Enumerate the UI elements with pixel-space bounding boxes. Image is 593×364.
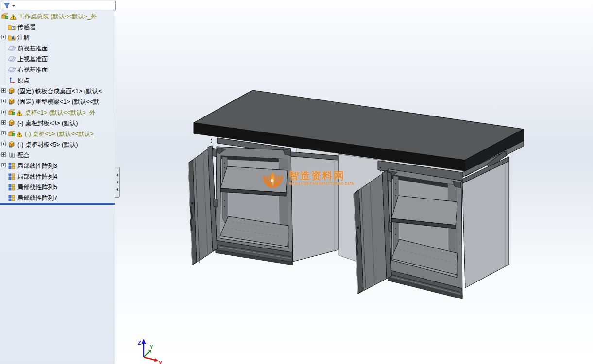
tree-item[interactable]: (固定) 铁板合成桌面<1> (默认< <box>0 85 115 96</box>
left-door-keyhole <box>191 202 194 205</box>
tree-item-label: (固定) 重型横梁<1> (默认<<默 <box>17 99 99 105</box>
tree-item[interactable]: 注解 <box>0 32 115 43</box>
expander-plus-icon[interactable] <box>1 131 6 135</box>
expander-plus-icon[interactable] <box>1 152 6 157</box>
part-icon <box>8 98 16 105</box>
tree-item-label: 局部线性阵列5 <box>17 184 57 191</box>
expander-plus-icon[interactable] <box>1 35 6 39</box>
tree-item-label: (-) 桌柜封板<3> (默认) <box>17 120 78 127</box>
left-door-hinge <box>212 148 217 157</box>
tree-filter-box[interactable] <box>1 1 116 10</box>
tree-item[interactable]: (-) 桌柜封板<3> (默认) <box>0 117 115 128</box>
filter-funnel-icon <box>3 2 10 9</box>
tree-item-label: 注解 <box>17 34 30 41</box>
part-icon <box>8 119 16 127</box>
origin-icon <box>8 76 16 84</box>
tree-item-label: 右视基准面 <box>17 66 48 73</box>
tree-item-label: 前视基准面 <box>17 45 48 52</box>
z-axis-arrow <box>142 339 146 344</box>
left-cabinet-door <box>188 146 217 265</box>
pattern-icon <box>8 172 16 180</box>
tree-item[interactable]: 传感器 <box>0 21 115 32</box>
expander-plus-icon[interactable] <box>1 110 6 114</box>
tree-item-label: 原点 <box>17 77 30 84</box>
x-axis-arrow <box>154 358 159 362</box>
tree-item-label: 配合 <box>17 152 30 159</box>
left-cabinet <box>188 138 338 265</box>
tree-item[interactable]: 上视基准面 <box>0 53 115 64</box>
y-axis-label: Y <box>150 344 153 350</box>
feature-tree-panel: 工作桌总装 (默认<<默认>_外传感器注解前视基准面上视基准面右视基准面原点(固… <box>0 0 115 364</box>
tree-item[interactable]: 桌柜<1> (默认<<默认>_外 <box>0 107 115 117</box>
right-cabinet-side <box>462 161 509 288</box>
tree-item-label: 上视基准面 <box>17 56 48 63</box>
feature-tree: 工作桌总装 (默认<<默认>_外传感器注解前视基准面上视基准面右视基准面原点(固… <box>0 11 115 203</box>
left-cabinet-side <box>291 156 338 262</box>
tree-item[interactable]: 前视基准面 <box>0 43 115 53</box>
assembly-icon <box>1 12 9 20</box>
warning-icon <box>16 131 23 138</box>
orientation-triad: Z X Y <box>138 339 163 364</box>
x-axis-label: X <box>159 360 163 364</box>
tree-item-label: 局部线性阵列4 <box>17 173 57 180</box>
assembly-icon <box>8 130 16 137</box>
tree-item[interactable]: (-) 桌柜封板<5> (默认) <box>0 139 115 149</box>
tree-item[interactable]: 局部线性阵列7 <box>0 192 115 203</box>
warning-icon <box>16 110 23 116</box>
rollback-bar[interactable] <box>0 203 115 205</box>
tree-item-label: (固定) 铁板合成桌面<1> (默认< <box>17 88 102 95</box>
annotations-icon <box>8 33 16 41</box>
tree-item-label: (-) 桌柜封板<5> (默认) <box>17 141 78 148</box>
pattern-icon <box>8 183 16 191</box>
sensors-icon <box>8 23 16 31</box>
expander-plus-icon[interactable] <box>1 88 6 93</box>
expander-plus-icon[interactable] <box>1 163 6 167</box>
plane-icon <box>8 44 16 52</box>
tree-item[interactable]: (固定) 重型横梁<1> (默认<<默 <box>0 96 115 107</box>
expander-plus-icon[interactable] <box>1 142 6 146</box>
right-door-hinge <box>387 172 391 182</box>
expander-plus-icon[interactable] <box>1 99 6 103</box>
tree-item[interactable]: (-) 桌柜<5> (默认<<默认>_ <box>0 128 115 139</box>
tree-item[interactable]: 局部线性阵列4 <box>0 171 115 182</box>
warning-icon <box>10 14 17 20</box>
tree-item[interactable]: 右视基准面 <box>0 64 115 75</box>
tree-item[interactable]: 局部线性阵列5 <box>0 182 115 192</box>
assembly-icon <box>8 108 16 116</box>
tree-item-label: 工作桌总装 (默认<<默认>_外 <box>18 13 97 20</box>
pattern-icon <box>8 194 16 201</box>
tree-item[interactable]: 配合 <box>0 149 115 160</box>
plane-icon <box>8 66 16 73</box>
part-icon <box>8 87 16 95</box>
tree-item[interactable]: 工作桌总装 (默认<<默认>_外 <box>0 11 115 21</box>
pattern-icon <box>8 162 16 169</box>
tree-item[interactable]: 局部线性阵列3 <box>0 160 115 171</box>
tree-item[interactable]: 原点 <box>0 75 115 85</box>
tree-item-label: 局部线性阵列7 <box>17 195 57 201</box>
dropdown-caret-icon[interactable] <box>12 4 16 7</box>
tree-item-label: 桌柜<1> (默认<<默认>_外 <box>25 109 96 116</box>
z-axis-label: Z <box>138 340 141 346</box>
tree-item-label: 传感器 <box>17 24 36 31</box>
tree-item-label: (-) 桌柜<5> (默认<<默认>_ <box>25 131 97 137</box>
right-door-keyhole <box>357 227 359 229</box>
mates-icon <box>8 151 16 159</box>
plane-icon <box>8 55 16 63</box>
panel-splitter-handle[interactable] <box>115 167 121 198</box>
part-icon <box>8 140 16 148</box>
expander-plus-icon[interactable] <box>1 120 6 125</box>
tree-item-label: 局部线性阵列3 <box>17 163 57 169</box>
